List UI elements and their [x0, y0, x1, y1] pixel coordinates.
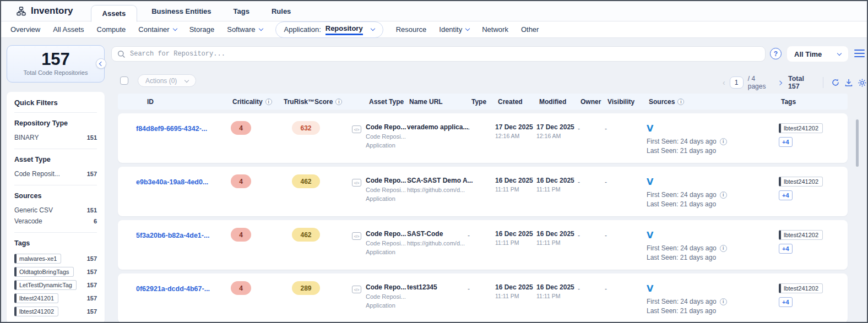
row-tag-chip[interactable]: lbtest241202 [779, 283, 823, 293]
col-header-id[interactable]: ID [147, 98, 154, 106]
filter-section-title: Asset Type [14, 156, 97, 163]
created-date: 17 Dec 2025 [495, 123, 536, 131]
info-icon[interactable]: i [720, 138, 727, 145]
filter-section-tags: Tags malwares-xe1 157 OldtagtoBringTags … [14, 233, 97, 323]
more-tags-chip[interactable]: +4 [779, 244, 793, 254]
select-all-checkbox[interactable] [120, 76, 128, 85]
col-header-asset-type[interactable]: Asset Type [369, 98, 404, 106]
chevron-down-icon [370, 26, 375, 31]
tab-tags[interactable]: Tags [223, 1, 261, 21]
asset-id-link[interactable]: 0f62921a-dcdd-4b67-... [136, 285, 210, 293]
row-tag-chip[interactable]: lbtest241202 [779, 123, 823, 133]
nav-container[interactable]: Container [138, 25, 176, 34]
nav-container-label: Container [138, 25, 169, 34]
filter-count: 157 [87, 295, 97, 302]
search-input[interactable] [130, 50, 765, 58]
info-icon[interactable]: i [265, 98, 272, 105]
row-tag-chip[interactable]: lbtest241202 [779, 230, 823, 240]
col-header-sources[interactable]: Sources [649, 98, 675, 106]
nav-compute[interactable]: Compute [97, 25, 126, 34]
filter-count: 157 [87, 269, 97, 275]
col-header-trurisk[interactable]: TruRisk™Score [284, 98, 333, 106]
more-tags-chip[interactable]: +4 [779, 297, 793, 307]
refresh-button[interactable] [831, 78, 840, 87]
previous-page-button[interactable]: ‹ [723, 78, 725, 87]
owner-value: - [578, 285, 580, 293]
next-page-button[interactable] [778, 80, 782, 85]
tab-assets[interactable]: Assets [91, 5, 138, 22]
tag-chip[interactable]: lbtest241201 [14, 293, 58, 303]
tag-chip[interactable]: lbtest241202 [14, 306, 58, 316]
asset-id-link[interactable]: f84d8ef9-6695-4342-... [136, 125, 207, 133]
chevron-left-icon [99, 61, 103, 65]
actions-dropdown-button[interactable]: Actions (0) [138, 74, 196, 87]
nav-identity[interactable]: Identity [439, 25, 469, 34]
download-button[interactable] [844, 78, 853, 87]
page-number-input[interactable]: 1 [730, 76, 744, 89]
table-row: 5f3a20b6-b82a-4de1-... 4 462 </> Code Re… [118, 220, 848, 270]
col-header-criticality[interactable]: Criticality [232, 98, 263, 106]
tab-rules[interactable]: Rules [261, 1, 302, 21]
owner-value: - [578, 178, 580, 186]
nav-other[interactable]: Other [521, 25, 539, 34]
asset-type-secondary: Code Reposi... [366, 133, 407, 140]
filter-label: BINARY [14, 134, 39, 141]
info-icon[interactable]: i [720, 298, 727, 305]
filter-tag-row: lbtest241202 157 [14, 305, 97, 318]
col-header-owner[interactable]: Owner [581, 98, 601, 106]
total-count-label: Total Code Repositories [7, 69, 104, 76]
trurisk-score-badge: 462 [292, 228, 320, 242]
criticality-badge: 4 [231, 121, 251, 135]
info-icon[interactable]: i [677, 98, 684, 105]
main-tabs: Assets Business Entities Tags Rules [88, 1, 302, 21]
col-header-name-url[interactable]: Name URL [409, 98, 443, 106]
info-icon[interactable]: i [720, 191, 727, 199]
filter-item-code-repository[interactable]: Code Reposit... 157 [14, 168, 97, 179]
col-header-modified[interactable]: Modified [539, 98, 566, 106]
help-button[interactable]: ? [770, 48, 782, 59]
tag-chip[interactable]: LetTestDynamicTag [14, 280, 77, 290]
filter-item-veracode[interactable]: Veracode 6 [14, 216, 97, 227]
col-header-type[interactable]: Type [471, 98, 486, 106]
info-icon[interactable]: i [720, 245, 727, 252]
asset-type-primary: Code Repo... [366, 123, 407, 131]
col-header-created[interactable]: Created [498, 98, 523, 106]
code-repository-icon: </> [352, 179, 361, 187]
row-tag-chip[interactable]: lbtest241202 [779, 177, 823, 187]
asset-type-primary: Code Repo... [366, 283, 407, 291]
nav-application-selector[interactable]: Application: Repository [275, 21, 383, 38]
more-tags-chip[interactable]: +4 [779, 190, 793, 200]
nav-network[interactable]: Network [482, 25, 508, 34]
pages-count-label: / 4 pages [748, 75, 773, 90]
settings-gear-icon[interactable] [858, 78, 867, 87]
tab-business-entities[interactable]: Business Entities [140, 1, 222, 21]
menu-icon[interactable] [854, 50, 865, 57]
trurisk-score-badge: 632 [292, 121, 320, 135]
chevron-down-icon [185, 78, 189, 82]
filter-item-binary[interactable]: BINARY 151 [14, 132, 97, 143]
tag-chip[interactable]: malwares-xe1 [14, 254, 61, 264]
time-range-dropdown[interactable]: All Time [786, 46, 849, 62]
nav-resource[interactable]: Resource [396, 25, 427, 34]
asset-type-secondary: Code Reposi... [366, 240, 407, 247]
nav-overview[interactable]: Overview [10, 25, 40, 34]
nav-software[interactable]: Software [227, 25, 262, 34]
table-row: f84d8ef9-6695-4342-... 4 632 </> Code Re… [118, 113, 848, 163]
table-row: e9b3e40a-19a8-4ed0... 4 462 </> Code Rep… [118, 167, 848, 216]
nav-software-label: Software [227, 25, 255, 34]
nav-all-assets[interactable]: All Assets [53, 25, 84, 34]
info-icon[interactable]: i [335, 98, 342, 105]
col-header-tags[interactable]: Tags [781, 98, 796, 106]
more-tags-chip[interactable]: +4 [779, 137, 793, 147]
asset-id-link[interactable]: e9b3e40a-19a8-4ed0... [136, 178, 208, 186]
vertical-scrollbar[interactable] [856, 119, 859, 167]
nav-storage[interactable]: Storage [189, 25, 215, 34]
sidebar-collapse-button[interactable] [96, 58, 106, 69]
filter-item-generic-csv[interactable]: Generic CSV 151 [14, 205, 97, 216]
created-time: 11:11 PM [495, 239, 536, 246]
criticality-badge: 4 [231, 174, 251, 188]
tag-chip[interactable]: OldtagtoBringTags [14, 267, 74, 277]
col-header-visibility[interactable]: Visibility [607, 98, 634, 106]
asset-id-link[interactable]: 5f3a20b6-b82a-4de1-... [136, 232, 209, 239]
filter-section-repository-type: Repository Type BINARY 151 [14, 113, 97, 149]
